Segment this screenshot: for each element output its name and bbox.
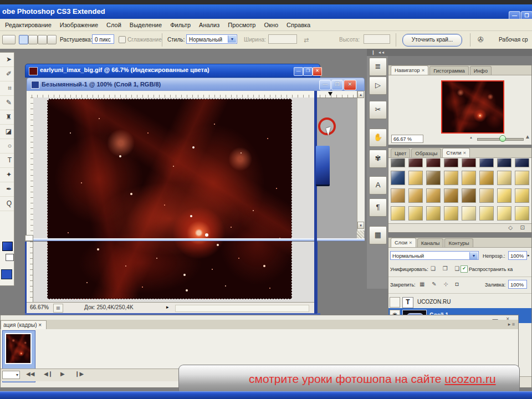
style-swatch[interactable] [497,171,511,185]
delete-style-icon[interactable]: ◇ [508,224,513,231]
eraser-tool[interactable]: ◪ [0,125,14,139]
chevron-down-icon[interactable]: ▼ [228,35,236,43]
minimize-button[interactable]: — [319,80,331,90]
tab-navigator[interactable]: Навигатор× [391,65,428,75]
tab-channels[interactable]: Каналы [417,238,444,247]
style-swatch[interactable] [444,206,458,221]
new-style-icon[interactable]: ⊡ [520,224,525,231]
vertical-scrollbar[interactable]: ▴ ▾ [357,91,365,231]
style-swatch[interactable] [497,206,511,221]
type-tool[interactable]: T [0,154,14,168]
style-swatch[interactable] [444,188,458,203]
menu-item-1[interactable]: Изображение [60,22,98,28]
lasso-tool[interactable]: ✐ [0,67,14,81]
style-swatch[interactable] [391,171,405,185]
next-frame-button[interactable]: ❙▶ [75,371,84,377]
style-swatch[interactable] [479,158,494,167]
chevron-down-icon[interactable]: ▼ [469,252,478,259]
first-frame-button[interactable]: ◀◀ [26,371,34,377]
style-swatch[interactable] [426,171,441,185]
canvas-image-selection[interactable] [47,99,292,299]
refine-edge-button[interactable]: Уточнить край... [402,34,462,47]
dragged-style-preview[interactable] [316,146,330,186]
panel-menu-icon[interactable]: ▸ ≡ [508,321,515,327]
menu-item-3[interactable]: Выделение [130,22,162,28]
layer-name[interactable]: UCOZON.RU [417,299,451,305]
document-window-front-titlebar[interactable]: Безымянный-1 @ 100% (Слой 1, RGB/8) — ❐ … [27,78,365,91]
navigator-zoom-input[interactable]: 66.67 % [391,135,423,143]
opacity-spinner-icon[interactable]: ▸ [528,253,530,258]
style-swatch[interactable] [444,171,458,185]
brush-tool[interactable]: ✎ [0,96,14,110]
style-swatch[interactable] [391,158,405,167]
selection-new-button[interactable] [19,35,28,44]
scroll-down-icon[interactable]: ▾ [357,222,364,229]
document-window-back-titlebar[interactable]: earlyuni_imax_big.gif @ 66.7% (Индексиро… [25,64,320,78]
opacity-input[interactable]: 100% [508,251,527,260]
feather-input[interactable]: 0 пикс [92,34,114,44]
navigator-zoom-slider-thumb[interactable] [499,135,506,142]
tab-paths[interactable]: Контуры [444,238,473,247]
tab-info[interactable]: Инфо [470,66,492,75]
style-swatch[interactable] [408,188,423,203]
height-input[interactable] [364,34,390,44]
zoom-tool[interactable]: Q [0,197,14,211]
tab-styles[interactable]: Стили× [442,148,470,157]
visibility-toggle[interactable] [390,297,400,308]
clone-stamp-tool[interactable]: ♜ [0,110,14,125]
style-swatch[interactable] [497,158,511,167]
style-swatch[interactable] [426,206,441,221]
style-swatch[interactable] [408,158,423,167]
menu-item-2[interactable]: Слой [106,22,121,28]
windows-taskbar[interactable] [0,391,532,399]
style-swatch[interactable] [497,188,511,203]
style-swatch[interactable] [515,171,529,185]
banner-link[interactable]: ucozon.ru [444,372,495,385]
style-swatch[interactable] [462,188,476,203]
play-button[interactable]: ▶ [60,371,65,377]
style-swatch[interactable] [462,206,476,221]
style-swatch[interactable] [479,188,494,203]
antialias-checkbox[interactable] [119,36,126,43]
tab-layers[interactable]: Слои× [391,238,416,247]
histogram-panel-icon[interactable]: ✋ [369,129,387,147]
layer-comps-panel-icon[interactable]: ▦ [369,226,387,244]
layer-row-ucozon[interactable]: T UCOZON.RU [388,295,531,309]
foreground-color-swatch[interactable] [2,242,13,251]
pen-tool[interactable]: ✒ [0,182,14,197]
tool-preset-picker[interactable] [2,35,16,44]
style-swatch[interactable] [408,206,423,221]
brushes-panel-icon[interactable]: ≣ [369,58,387,76]
crop-tool[interactable]: ⌗ [0,81,14,96]
tool-presets-panel-icon[interactable]: ▷ [369,76,387,95]
zoom-in-icon[interactable]: ▲ [525,134,530,140]
selection-subtract-button[interactable] [38,35,47,44]
zoom-out-icon[interactable]: ▲ [469,136,473,139]
paragraph-panel-icon[interactable]: ¶ [369,198,387,217]
shape-tool[interactable]: ✦ [0,168,14,182]
status-zoom-value[interactable]: 66.67% [30,304,49,310]
style-swatch[interactable] [462,158,476,167]
tab-animation-frames[interactable]: ация (кадры) × [1,320,47,330]
style-swatch[interactable] [426,188,441,203]
status-flyout-icon[interactable]: ▸ [166,304,169,310]
blur-tool[interactable]: ○ [0,139,14,154]
style-swatch[interactable] [444,158,458,167]
tab-histogram[interactable]: Гистограмма [429,66,469,75]
minimize-button[interactable]: — [294,67,303,76]
clone-source-panel-icon[interactable]: ✂ [369,101,387,119]
style-swatch[interactable] [479,206,494,221]
navigator-proxy-preview[interactable] [441,80,504,134]
menu-item-4[interactable]: Фильтр [170,22,191,28]
tab-color[interactable]: Цвет [391,149,410,157]
selection-intersect-button[interactable] [47,35,57,44]
loop-options-dropdown[interactable]: ▾ [2,371,20,379]
character-panel-icon[interactable]: A [369,176,387,195]
link-dimensions-icon[interactable]: ⇄ [304,37,309,44]
width-input[interactable] [268,34,297,44]
app-titlebar[interactable]: obe Photoshop CS3 Extended — ❐ [0,4,532,19]
restore-button[interactable]: ❐ [303,67,313,76]
style-dropdown[interactable]: Нормальный ▼ [186,34,237,44]
horizontal-scrollbar[interactable] [175,305,309,312]
previous-frame-button[interactable]: ◀❙ [44,371,53,377]
